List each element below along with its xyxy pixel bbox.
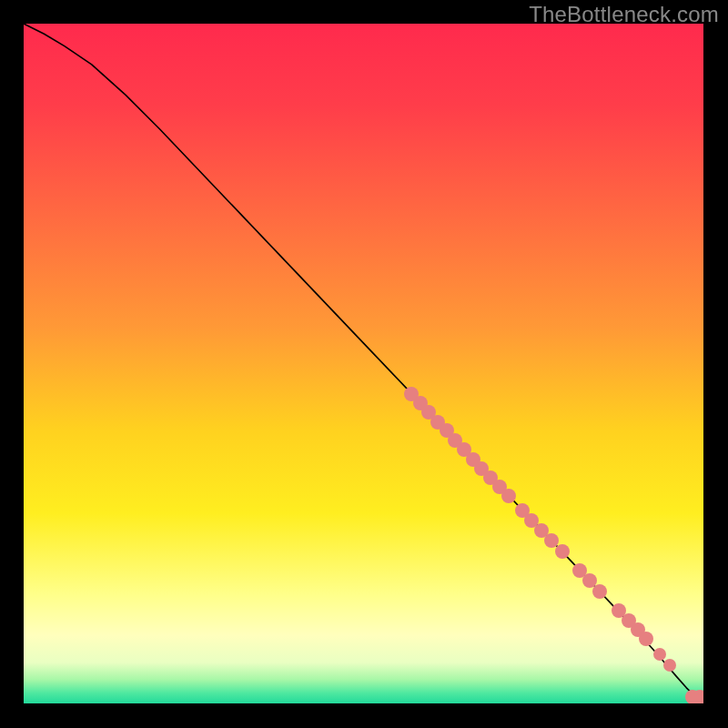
plot-region [24,24,703,703]
chart-stage: TheBottleneck.com [0,0,728,728]
watermark-text: TheBottleneck.com [529,2,719,27]
svg-rect-0 [24,24,703,703]
background-gradient [24,24,703,703]
